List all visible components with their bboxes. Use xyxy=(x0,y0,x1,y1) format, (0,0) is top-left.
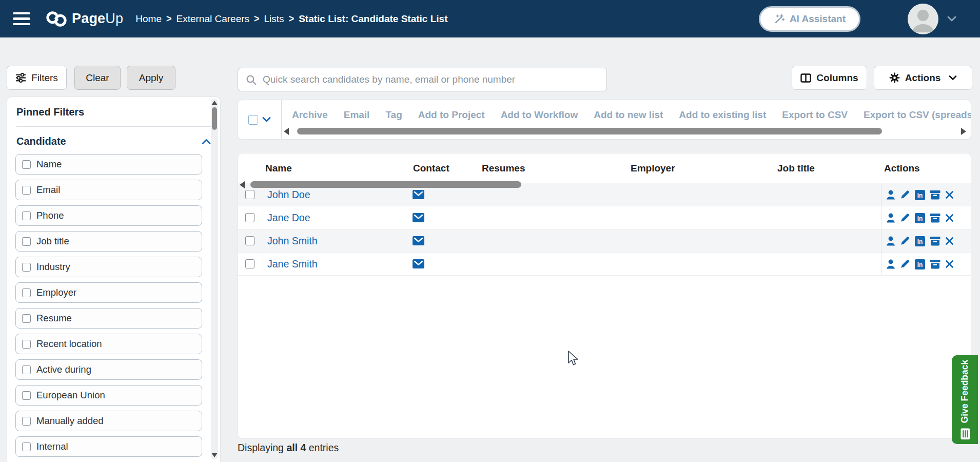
edit-pencil-icon[interactable] xyxy=(900,259,910,270)
profile-person-icon[interactable] xyxy=(886,213,895,223)
column-header[interactable]: Employer xyxy=(631,153,675,183)
actions-button[interactable]: Actions xyxy=(874,66,972,90)
profile-person-icon[interactable] xyxy=(886,259,895,269)
row-checkbox[interactable] xyxy=(245,213,254,222)
table-scrollbar-thumb[interactable] xyxy=(250,181,521,188)
filter-checkbox[interactable] xyxy=(22,263,31,272)
table-horizontal-scrollbar[interactable] xyxy=(238,180,971,189)
bulk-horizontal-scrollbar[interactable] xyxy=(238,127,971,136)
row-checkbox[interactable] xyxy=(245,236,254,245)
edit-pencil-icon[interactable] xyxy=(900,190,910,200)
filter-item[interactable]: Name xyxy=(15,154,202,175)
filter-item[interactable]: Manually added xyxy=(15,411,202,431)
linkedin-icon[interactable]: in xyxy=(915,259,925,270)
select-chevron-down-icon[interactable] xyxy=(262,117,271,123)
filter-checkbox[interactable] xyxy=(22,160,31,169)
scroll-right-arrow-icon[interactable] xyxy=(961,128,966,135)
bulk-action-link[interactable]: Add to existing list xyxy=(679,109,766,121)
filter-item[interactable]: Phone xyxy=(15,205,202,226)
profile-person-icon[interactable] xyxy=(886,190,895,200)
remove-x-icon[interactable] xyxy=(945,260,954,268)
bulk-action-link[interactable]: Add to Workflow xyxy=(501,109,578,121)
bulk-action-link[interactable]: Archive xyxy=(292,109,328,121)
filter-checkbox[interactable] xyxy=(22,442,31,451)
row-checkbox[interactable] xyxy=(245,259,254,268)
filter-item[interactable]: Resume xyxy=(15,308,202,329)
ai-assistant-button[interactable]: AI Assistant xyxy=(759,6,860,32)
columns-button[interactable]: Columns xyxy=(792,66,867,90)
bulk-action-link[interactable]: Export to CSV (spreadsheet) xyxy=(864,109,971,121)
search-input[interactable] xyxy=(263,74,599,85)
remove-x-icon[interactable] xyxy=(945,214,954,222)
filter-checkbox[interactable] xyxy=(22,211,31,220)
sidebar-scrollbar-thumb[interactable] xyxy=(212,107,217,130)
row-checkbox[interactable] xyxy=(245,190,254,199)
clear-button[interactable]: Clear xyxy=(74,66,121,90)
filter-checkbox[interactable] xyxy=(22,417,31,426)
column-header[interactable]: Contact xyxy=(413,153,449,183)
remove-x-icon[interactable] xyxy=(945,190,954,199)
email-envelope-icon[interactable] xyxy=(413,236,424,245)
filter-item[interactable]: Active during xyxy=(15,359,202,380)
edit-pencil-icon[interactable] xyxy=(900,213,910,223)
archive-box-icon[interactable] xyxy=(930,213,940,223)
apply-button[interactable]: Apply xyxy=(127,66,175,90)
column-header[interactable]: Name xyxy=(265,153,292,183)
filter-item[interactable]: Internal xyxy=(15,436,202,457)
filter-checkbox[interactable] xyxy=(22,314,31,323)
candidate-name-link[interactable]: John Smith xyxy=(267,229,318,252)
scroll-left-arrow-icon[interactable] xyxy=(240,181,245,188)
pageup-logo[interactable]: PageUp xyxy=(46,8,123,30)
bulk-action-link[interactable]: Export to CSV xyxy=(782,109,848,121)
breadcrumb-item[interactable]: > Lists xyxy=(254,13,284,25)
bulk-action-link[interactable]: Add to Project xyxy=(418,109,485,121)
email-envelope-icon[interactable] xyxy=(413,213,424,222)
filter-checkbox[interactable] xyxy=(22,237,31,246)
bulk-action-link[interactable]: Email xyxy=(344,109,370,121)
filter-item[interactable]: Recent location xyxy=(15,334,202,354)
edit-pencil-icon[interactable] xyxy=(900,236,910,246)
breadcrumb-item[interactable]: > Static List: Candidate Static List xyxy=(289,13,448,25)
give-feedback-button[interactable]: Give Feedback xyxy=(952,355,978,444)
account-chevron-down-icon[interactable] xyxy=(947,15,957,23)
filter-checkbox[interactable] xyxy=(22,288,31,297)
filter-item[interactable]: Employer xyxy=(15,282,202,303)
candidate-name-link[interactable]: Jane Doe xyxy=(267,206,310,229)
bulk-action-link[interactable]: Add to new list xyxy=(594,109,663,121)
candidate-name-link[interactable]: Jane Smith xyxy=(267,253,318,275)
select-all-checkbox[interactable] xyxy=(248,115,258,125)
scroll-left-arrow-icon[interactable] xyxy=(284,128,289,135)
archive-box-icon[interactable] xyxy=(930,190,940,200)
filter-item[interactable]: Job title xyxy=(15,231,202,252)
filter-item[interactable]: European Union xyxy=(15,385,202,406)
filter-item[interactable]: Email xyxy=(15,180,202,200)
column-header[interactable]: Job title xyxy=(777,153,815,183)
email-envelope-icon[interactable] xyxy=(413,190,424,199)
column-header[interactable]: Actions xyxy=(884,153,920,183)
archive-box-icon[interactable] xyxy=(930,236,940,246)
filter-checkbox[interactable] xyxy=(22,186,31,195)
candidate-section-header[interactable]: Candidate xyxy=(16,136,211,147)
hamburger-menu-icon[interactable] xyxy=(13,12,30,26)
chevron-up-icon[interactable] xyxy=(202,139,211,145)
scroll-up-arrow-icon[interactable] xyxy=(211,101,218,105)
breadcrumb-item[interactable]: > Home xyxy=(135,13,162,25)
profile-person-icon[interactable] xyxy=(886,236,895,246)
column-header[interactable]: Resumes xyxy=(482,153,525,183)
bulk-action-link[interactable]: Tag xyxy=(385,109,402,121)
email-envelope-icon[interactable] xyxy=(413,259,424,268)
linkedin-icon[interactable]: in xyxy=(915,236,925,246)
filter-item[interactable]: Industry xyxy=(15,257,202,277)
scroll-down-arrow-icon[interactable] xyxy=(211,453,218,457)
linkedin-icon[interactable]: in xyxy=(915,190,925,200)
remove-x-icon[interactable] xyxy=(945,237,954,245)
bulk-scrollbar-thumb[interactable] xyxy=(297,128,882,134)
filters-button[interactable]: Filters xyxy=(7,66,67,90)
linkedin-icon[interactable]: in xyxy=(915,213,925,223)
breadcrumb-item[interactable]: > External Careers xyxy=(166,13,249,25)
archive-box-icon[interactable] xyxy=(930,259,940,269)
avatar[interactable] xyxy=(908,4,938,34)
filter-checkbox[interactable] xyxy=(22,365,31,374)
sidebar-scrollbar[interactable] xyxy=(211,99,218,459)
filter-checkbox[interactable] xyxy=(22,340,31,349)
